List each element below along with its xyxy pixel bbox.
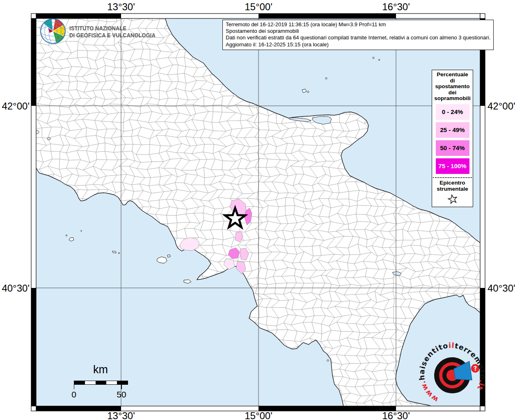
island: [167, 255, 170, 257]
legend-title-line: Percentuale: [432, 72, 473, 78]
legend-title-line: dei: [432, 90, 473, 96]
scale-segment: [96, 381, 106, 384]
scale-bar: km 0 50: [65, 363, 136, 404]
island: [112, 251, 116, 253]
axis-label-top-center: 15°00': [234, 1, 283, 13]
axis-label-right-4030: 40°30': [488, 283, 515, 294]
islet: [66, 235, 67, 236]
ingv-wordmark-line2: DI GEOFISICA E VULCANOLOGIA: [69, 32, 156, 39]
page: { "info_box": { "lines": [ "Terremoto de…: [0, 0, 515, 420]
axis-label-left-4030: 40°30': [0, 283, 30, 294]
info-line-updated: Aggiornato il: 16-12-2025 15:15 (ora loc…: [226, 41, 490, 48]
axis-label-left-42: 42°00': [0, 100, 30, 112]
ingv-logo[interactable]: ISTITUTO NAZIONALE DI GEOFISICA E VULCAN…: [40, 18, 167, 46]
logo-text-it: .it: [474, 378, 488, 393]
axis-label-bottom-right: 16°30': [371, 410, 421, 420]
epicenter-star-icon: [432, 194, 473, 206]
frame-corner: [31, 14, 36, 18]
axis-label-right-42: 42°00': [488, 100, 515, 112]
legend-swatch-25-49: 25 - 49%: [436, 122, 469, 138]
haisentitoilterremoto-logo[interactable]: ? www.haisentitoilterremoto.it: [415, 340, 489, 416]
axis-label-bottom-left: 13°30': [96, 410, 146, 420]
islet: [379, 59, 380, 61]
legend-swatch-0-24: 0 - 24%: [436, 104, 469, 120]
legend-title-line: di: [432, 78, 473, 84]
axis-label-top-left: 13°30': [96, 1, 146, 13]
legend-divider: [433, 177, 472, 178]
scale-bar-segments: [74, 381, 128, 385]
scale-label-start: 0: [69, 390, 79, 399]
info-line-disclaimer: Dati non verificati estratti da 64 quest…: [226, 34, 490, 41]
scale-bar-unit: km: [65, 363, 136, 376]
ingv-wordmark: ISTITUTO NAZIONALE DI GEOFISICA E VULCAN…: [69, 25, 156, 39]
scale-segment: [117, 381, 128, 384]
legend-epicenter-line: Epicentro: [432, 180, 473, 186]
lake: [47, 137, 50, 140]
legend-title-line: spostamento: [432, 84, 473, 90]
ingv-globe-icon: [40, 18, 66, 46]
scale-segment: [74, 381, 85, 384]
frame-corner: [31, 406, 36, 411]
islet: [327, 360, 329, 361]
scale-segment: [106, 381, 117, 384]
legend-swatch-75-100: 75 - 100%: [436, 158, 469, 174]
legend-title: Percentuale di spostamento dei soprammob…: [432, 72, 473, 102]
axis-label-top-right: 16°30': [371, 1, 421, 13]
axis-label-bottom-center: 15°00': [234, 410, 283, 420]
legend-title-line: soprammobili: [432, 96, 473, 102]
islet: [373, 57, 374, 59]
legend-epicenter-line: strumentale: [432, 186, 473, 192]
islet: [81, 231, 82, 231]
info-line-effect: Spostamento dei soprammobili: [226, 28, 490, 34]
islet: [119, 253, 120, 254]
scale-segment: [85, 381, 96, 384]
earthquake-info-box: Terremoto del 16-12-2019 11:36:15 (ora l…: [222, 20, 494, 50]
legend-epicenter-title: Epicentro strumentale: [432, 180, 473, 192]
islet: [307, 91, 309, 93]
scale-label-end: 50: [115, 390, 128, 399]
islet: [325, 78, 327, 79]
frame-corner: [480, 14, 485, 18]
info-line-event: Terremoto del 16-12-2019 11:36:15 (ora l…: [226, 21, 490, 28]
legend-swatch-50-74: 50 - 74%: [436, 140, 469, 156]
scale-tick-end: [121, 381, 122, 389]
ingv-wordmark-line1: ISTITUTO NAZIONALE: [69, 25, 156, 32]
legend: Percentuale di spostamento dei soprammob…: [432, 70, 473, 207]
scale-tick-start: [74, 381, 75, 389]
